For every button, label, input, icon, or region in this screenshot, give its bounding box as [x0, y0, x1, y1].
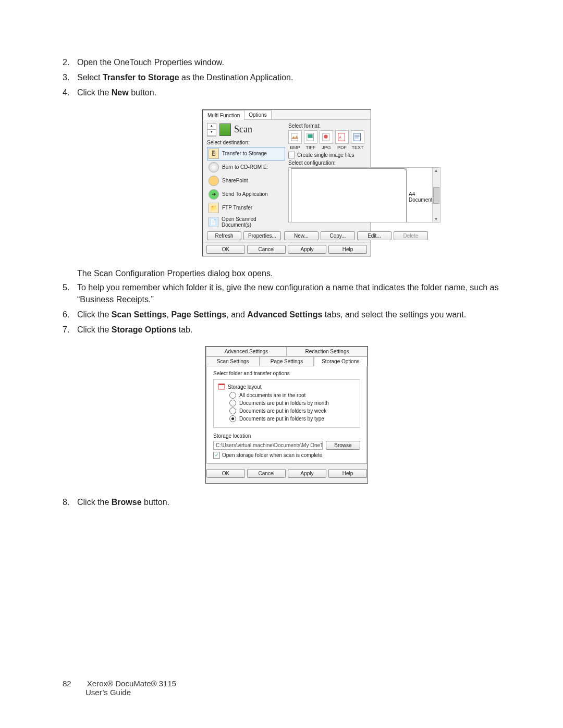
- step-number: 8.: [63, 496, 77, 508]
- create-single-checkbox[interactable]: [288, 152, 295, 158]
- apply-button[interactable]: Apply: [288, 245, 326, 254]
- step-6: 6. Click the Scan Settings, Page Setting…: [63, 309, 511, 320]
- dest-sharepoint[interactable]: SharePoint: [207, 174, 285, 188]
- format-icons: A: [288, 130, 440, 144]
- step-number: 5.: [63, 281, 77, 305]
- step-5: 5. To help you remember which folder it …: [63, 281, 511, 305]
- delete-button[interactable]: Delete: [394, 231, 428, 240]
- radio-month[interactable]: Documents are put in folders by month: [229, 400, 356, 406]
- config-a4[interactable]: A4 Document: [289, 168, 440, 223]
- storage-icon: 🗄: [209, 149, 219, 159]
- radio-icon[interactable]: [229, 392, 236, 399]
- dest-open-scanned[interactable]: 📄 Open Scanned Document(s): [207, 215, 285, 229]
- page-number: 82: [63, 679, 71, 688]
- svg-rect-2: [308, 134, 313, 138]
- svg-rect-18: [218, 385, 225, 389]
- edit-button[interactable]: Edit...: [357, 231, 391, 240]
- tab-storage-options[interactable]: Storage Options: [314, 356, 368, 366]
- step-4: 4. Click the New button.: [63, 87, 511, 98]
- tab-advanced-settings[interactable]: Advanced Settings: [206, 347, 287, 356]
- scan-stepper[interactable]: ▴▾: [207, 123, 216, 137]
- tab-options[interactable]: Options: [244, 110, 271, 119]
- properties-button[interactable]: Properties...: [243, 231, 281, 240]
- ok-button[interactable]: OK: [206, 469, 245, 478]
- dest-ftp[interactable]: 📁 FTP Transfer: [207, 201, 285, 215]
- tab-multi-function[interactable]: Multi Function: [203, 110, 244, 120]
- step-number: 4.: [63, 87, 77, 98]
- right-column: Select format: A BMP TIFF JPG PDF TEXT: [288, 123, 440, 229]
- scroll-up-icon[interactable]: ▲: [434, 168, 439, 174]
- tab-scan-settings[interactable]: Scan Settings: [206, 356, 260, 366]
- format-text-icon[interactable]: [351, 130, 364, 144]
- ftp-icon: 📁: [209, 203, 219, 213]
- radio-week[interactable]: Documents are put in folders by week: [229, 408, 356, 414]
- svg-point-4: [324, 134, 328, 138]
- footer-guide: User’s Guide: [85, 688, 131, 697]
- step-text: Click the Scan Settings, Page Settings, …: [77, 309, 511, 320]
- page-footer: 82 Xerox® DocuMate® 3115 User’s Guide: [63, 679, 176, 697]
- storage-layout-group: Storage layout All documents are in the …: [213, 379, 360, 428]
- onetouch-properties-dialog: Multi Function Options ▴▾ Scan Select de…: [202, 109, 371, 256]
- steps-bottom: 8. Click the Browse button.: [63, 496, 511, 508]
- radio-icon[interactable]: [229, 415, 236, 422]
- select-config-label: Select configuration:: [288, 160, 440, 166]
- refresh-button[interactable]: Refresh: [207, 231, 241, 240]
- step-text: To help you remember which folder it is,…: [77, 281, 511, 305]
- page-icon: [291, 168, 407, 223]
- step-text: Click the Browse button.: [77, 496, 511, 508]
- step-text: Select Transfer to Storage as the Destin…: [77, 71, 511, 83]
- cd-icon: [209, 162, 219, 172]
- step-text: Open the OneTouch Properties window.: [77, 56, 511, 68]
- dest-send-to-app[interactable]: ➔ Send To Application: [207, 188, 285, 201]
- scan-config-dialog-opens: The Scan Configuration Properties dialog…: [77, 269, 511, 278]
- format-tiff-icon[interactable]: [304, 130, 317, 144]
- tab-page-settings[interactable]: Page Settings: [260, 356, 313, 366]
- format-labels: BMP TIFF JPG PDF TEXT: [288, 145, 440, 150]
- step-text: Click the New button.: [77, 87, 511, 98]
- apply-button[interactable]: Apply: [288, 469, 326, 478]
- dialog-tabs: Advanced Settings Redaction Settings Sca…: [206, 347, 368, 366]
- open-folder-row[interactable]: Open storage folder when scan is complet…: [213, 452, 360, 459]
- dest-transfer-to-storage[interactable]: 🗄 Transfer to Storage: [207, 147, 285, 161]
- storage-layout-label: Storage layout: [228, 384, 262, 390]
- scroll-down-icon[interactable]: ▼: [434, 216, 439, 222]
- tab-redaction-settings[interactable]: Redaction Settings: [287, 347, 368, 356]
- storage-path-field[interactable]: C:\Users\virtual machine\Documents\My On…: [213, 441, 323, 450]
- select-destination-label: Select destination:: [207, 140, 285, 145]
- cancel-button[interactable]: Cancel: [247, 245, 286, 254]
- new-button[interactable]: New...: [284, 231, 319, 240]
- step-number: 2.: [63, 56, 77, 68]
- radio-root[interactable]: All documents are in the root: [229, 392, 356, 399]
- storage-location-label: Storage location: [213, 433, 360, 439]
- svg-rect-19: [218, 384, 225, 385]
- format-jpg-icon[interactable]: [320, 130, 333, 144]
- select-folder-label: Select folder and transfer options: [213, 371, 290, 376]
- browse-button[interactable]: Browse: [326, 441, 360, 450]
- radio-type[interactable]: Documents are put in folders by type: [229, 415, 356, 422]
- help-button[interactable]: Help: [328, 469, 367, 478]
- step-3: 3. Select Transfer to Storage as the Des…: [63, 71, 511, 83]
- ok-button[interactable]: OK: [206, 245, 245, 254]
- format-bmp-icon[interactable]: [288, 130, 302, 144]
- open-folder-checkbox[interactable]: [213, 452, 220, 459]
- select-format-label: Select format:: [288, 123, 440, 129]
- radio-icon[interactable]: [229, 400, 236, 406]
- step-number: 3.: [63, 71, 77, 83]
- cancel-button[interactable]: Cancel: [247, 469, 286, 478]
- config-list[interactable]: A4 Document Quality Color Document Color…: [288, 167, 440, 223]
- create-single-row[interactable]: Create single image files: [288, 152, 440, 158]
- scroll-thumb[interactable]: [433, 187, 439, 204]
- format-pdf-icon[interactable]: A: [335, 130, 349, 144]
- sharepoint-icon: [209, 176, 219, 186]
- step-text: Click the Storage Options tab.: [77, 324, 511, 336]
- step-2: 2. Open the OneTouch Properties window.: [63, 56, 511, 68]
- copy-button[interactable]: Copy...: [321, 231, 355, 240]
- help-button[interactable]: Help: [328, 245, 367, 254]
- config-scrollbar[interactable]: ▲ ▼: [432, 168, 440, 222]
- scan-icon: [219, 124, 231, 136]
- step-number: 6.: [63, 309, 77, 320]
- dest-burn-cd[interactable]: Burn to CD-ROM E:: [207, 161, 285, 174]
- radio-icon[interactable]: [229, 408, 236, 414]
- send-to-app-icon: ➔: [209, 189, 219, 200]
- scan-title: Scan: [234, 124, 252, 135]
